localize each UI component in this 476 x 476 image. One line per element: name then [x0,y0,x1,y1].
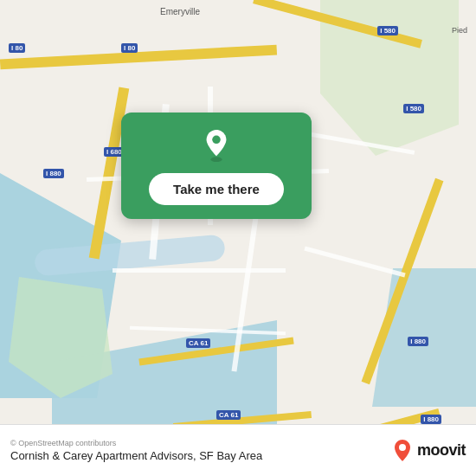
location-name: Cornish & Carey Apartment Advisors, SF B… [10,449,262,462]
badge-i580-1: I 580 [377,26,398,35]
badge-ca61-2: CA 61 [216,410,241,420]
take-me-there-overlay: Take me there [121,113,312,219]
bottom-left-info: © OpenStreetMap contributors Cornish & C… [10,439,262,462]
svg-point-1 [212,136,221,145]
moovit-logo: moovit [393,439,466,463]
badge-i580-2: I 580 [403,104,424,113]
badge-i880-1: I 880 [43,169,64,178]
svg-point-0 [210,157,222,162]
local-road-3 [113,268,286,273]
take-me-there-button[interactable]: Take me there [149,173,284,205]
copyright-text: © OpenStreetMap contributors [10,439,262,447]
city-label-piedmont: Pied [452,26,467,35]
svg-point-2 [399,444,406,451]
location-pin-icon [201,128,232,163]
moovit-brand-label: moovit [417,441,466,460]
badge-ca61-1: CA 61 [186,338,210,348]
map-container: I 80 I 80 I 580 I 580 I 680 I 880 I 880 … [0,0,476,476]
bottom-bar: © OpenStreetMap contributors Cornish & C… [0,424,476,476]
city-label-emeryville: Emeryville [160,7,200,16]
badge-i880-2: I 880 [408,337,428,346]
moovit-pin-icon [393,439,412,463]
badge-i80-2: I 80 [121,43,138,53]
badge-i80-1: I 80 [9,43,25,53]
badge-i880-3: I 880 [421,415,441,424]
